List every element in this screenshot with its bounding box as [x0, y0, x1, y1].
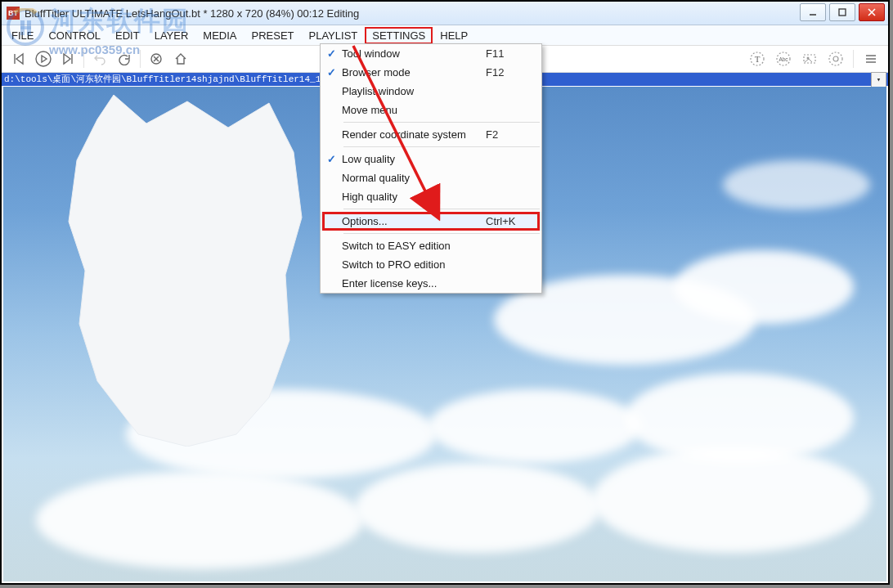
abc-tool-icon[interactable]: Abc: [771, 47, 796, 70]
home-button[interactable]: [168, 47, 193, 70]
menu-settings[interactable]: SETTINGS: [366, 28, 432, 43]
menu-item-label: High quality: [342, 191, 486, 203]
menu-help[interactable]: HELP: [433, 28, 474, 43]
settings-menu: ✓Tool windowF11✓Browser modeF12Playlist …: [320, 43, 542, 294]
menu-item-label: Browser mode: [342, 66, 486, 79]
svg-text:T: T: [755, 54, 761, 64]
menu-item-label: Switch to PRO edition: [342, 258, 486, 271]
menu-item-shortcut: F2: [486, 128, 541, 141]
menu-item-label: Move menu: [342, 104, 486, 116]
toolbar-right-group: T Abc: [745, 47, 883, 70]
menu-item-label: Enter license keys...: [342, 277, 486, 290]
foreground-shape: [65, 95, 310, 447]
svg-point-4: [36, 52, 51, 66]
check-icon: ✓: [321, 66, 342, 79]
maximize-button[interactable]: [829, 3, 855, 21]
menu-file[interactable]: FILE: [5, 28, 40, 43]
check-icon: ✓: [321, 47, 342, 60]
menu-item-label: Tool window: [342, 47, 486, 60]
menu-item-low-quality[interactable]: ✓Low quality: [321, 150, 541, 168]
menu-edit[interactable]: EDIT: [109, 28, 146, 43]
menu-layer[interactable]: LAYER: [148, 28, 195, 43]
menu-item-label: Switch to EASY edition: [342, 240, 486, 252]
svg-point-14: [829, 52, 842, 65]
app-window: BT BluffTitler ULTIMATE LetsHangOut.bt *…: [0, 0, 890, 585]
menu-item-switch-to-easy-edition[interactable]: Switch to EASY edition: [321, 236, 541, 255]
menu-item-enter-license-keys[interactable]: Enter license keys...: [321, 274, 541, 293]
menu-item-switch-to-pro-edition[interactable]: Switch to PRO edition: [321, 255, 541, 274]
image-tool-icon[interactable]: [797, 47, 822, 70]
window-controls: [800, 2, 885, 21]
menu-media[interactable]: MEDIA: [196, 28, 243, 43]
path-text: d:\tools\桌面\河东软件园\BluffTitler14shjajnd\B…: [4, 74, 331, 84]
toolbar-separator: [853, 50, 854, 68]
svg-text:Abc: Abc: [779, 56, 788, 62]
menu-item-label: Normal quality: [342, 172, 486, 184]
menu-control[interactable]: CONTROL: [42, 28, 107, 43]
menu-preset[interactable]: PRESET: [245, 28, 301, 43]
menu-separator: [343, 209, 540, 209]
path-dropdown-icon[interactable]: ▾: [871, 72, 886, 88]
menu-item-browser-mode[interactable]: ✓Browser modeF12: [321, 63, 541, 82]
forward-end-button[interactable]: [56, 47, 80, 70]
toolbar-separator: [83, 50, 84, 68]
menu-item-label: Low quality: [342, 153, 486, 165]
menu-item-options[interactable]: Options...Ctrl+K: [321, 212, 541, 231]
menu-item-shortcut: Ctrl+K: [486, 215, 541, 227]
menu-item-tool-window[interactable]: ✓Tool windowF11: [321, 44, 541, 63]
window-title: BluffTitler ULTIMATE LetsHangOut.bt * 12…: [25, 7, 359, 20]
rewind-button[interactable]: [7, 47, 31, 70]
text-tool-icon[interactable]: T: [745, 47, 770, 70]
menu-separator: [343, 122, 540, 123]
menu-separator: [343, 146, 540, 147]
menu-item-move-menu[interactable]: Move menu: [321, 101, 541, 119]
minimize-button[interactable]: [800, 3, 826, 21]
app-icon: BT: [7, 7, 20, 20]
cancel-button[interactable]: [144, 47, 168, 70]
toolbar-separator: [140, 50, 141, 68]
menu-item-render-coordinate-system[interactable]: Render coordinate systemF2: [321, 125, 541, 144]
redo-button[interactable]: [112, 47, 137, 70]
play-button[interactable]: [31, 47, 56, 70]
close-button[interactable]: [859, 3, 885, 21]
check-icon: ✓: [321, 153, 342, 165]
menu-item-label: Render coordinate system: [342, 128, 486, 141]
menu-item-shortcut: F12: [486, 66, 541, 79]
menu-playlist[interactable]: PLAYLIST: [303, 28, 365, 43]
settings-tool-icon[interactable]: [823, 47, 848, 70]
menu-separator: [343, 233, 540, 234]
menu-toggle-icon[interactable]: [859, 47, 883, 70]
svg-rect-1: [839, 9, 846, 16]
titlebar: BT BluffTitler ULTIMATE LetsHangOut.bt *…: [2, 2, 888, 25]
menu-item-high-quality[interactable]: High quality: [321, 187, 541, 206]
undo-button[interactable]: [88, 47, 112, 70]
menu-item-normal-quality[interactable]: Normal quality: [321, 168, 541, 187]
svg-point-15: [833, 56, 838, 61]
menu-item-playlist-window[interactable]: Playlist window: [321, 82, 541, 101]
menu-item-shortcut: F11: [486, 47, 541, 60]
menu-item-label: Options...: [342, 215, 486, 227]
menu-item-label: Playlist window: [342, 85, 486, 97]
